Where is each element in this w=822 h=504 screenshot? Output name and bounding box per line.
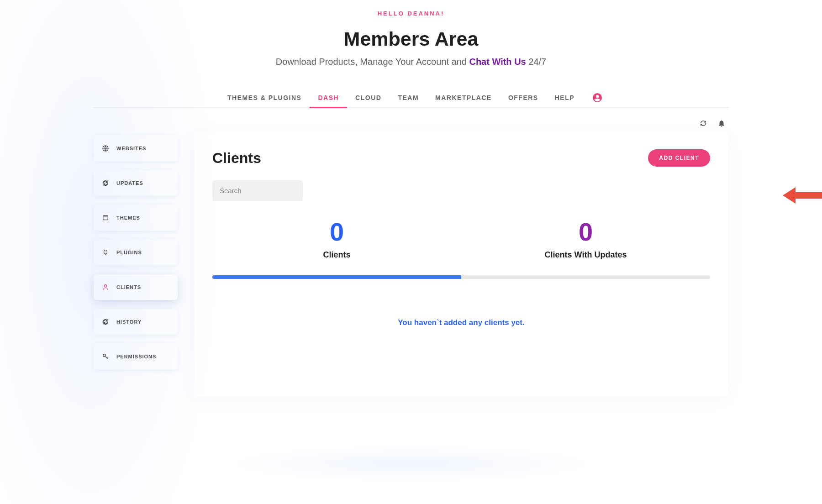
globe-icon [102,145,109,152]
tab-offers[interactable]: OFFERS [500,88,547,107]
sidebar-item-label: WEBSITES [116,146,146,151]
subtitle-pre: Download Products, Manage Your Account a… [276,57,469,67]
sidebar-item-history[interactable]: HISTORY [94,309,178,335]
arrow-head-icon [783,187,796,204]
add-client-button[interactable]: ADD CLIENT [648,149,710,167]
refresh-icon[interactable] [699,119,707,129]
panel-title: Clients [212,150,261,167]
tab-themes-plugins[interactable]: THEMES & PLUGINS [219,88,310,107]
sync-icon [102,179,109,187]
sidebar-item-permissions[interactable]: PERMISSIONS [94,344,178,369]
sidebar-item-clients[interactable]: CLIENTS [94,274,178,300]
window-icon [102,214,109,221]
chat-with-us-link[interactable]: Chat With Us [469,57,526,67]
greeting: HELLO DEANNA! [94,10,728,17]
sidebar-item-label: UPDATES [116,180,143,186]
svg-point-2 [104,285,106,287]
key-icon [102,353,109,360]
tab-dash[interactable]: DASH [310,88,347,107]
tab-cloud[interactable]: CLOUD [347,88,390,107]
plug-icon [102,249,109,256]
main-panel: Clients ADD CLIENT 0 Clients 0 Clients W… [194,132,728,397]
progress-right [461,275,710,279]
stat-clients: 0 Clients [212,219,461,260]
page-title: Members Area [94,28,728,50]
arrow-body [796,192,822,199]
toolbar [94,119,728,129]
svg-point-3 [103,354,105,357]
user-icon [102,284,109,291]
stat-clients-value: 0 [212,219,461,245]
main-tabs: THEMES & PLUGINS DASH CLOUD TEAM MARKETP… [94,88,728,108]
sidebar: WEBSITES UPDATES THEMES [94,136,178,397]
sidebar-item-label: PERMISSIONS [116,354,156,359]
sidebar-item-label: PLUGINS [116,250,142,255]
empty-state-text: You haven`t added any clients yet. [212,318,710,327]
tab-marketplace[interactable]: MARKETPLACE [427,88,500,107]
sync-icon [102,318,109,326]
stat-clients-updates-label: Clients With Updates [461,250,710,260]
annotation-arrow [783,187,822,204]
bell-icon[interactable] [717,119,726,129]
sidebar-item-updates[interactable]: UPDATES [94,170,178,196]
sidebar-item-label: CLIENTS [116,284,141,290]
account-icon[interactable] [592,92,603,103]
sidebar-item-label: THEMES [116,215,140,220]
subtitle-post: 24/7 [526,57,546,67]
stat-clients-updates-value: 0 [461,219,710,245]
sidebar-item-websites[interactable]: WEBSITES [94,136,178,161]
stat-clients-updates: 0 Clients With Updates [461,219,710,260]
stat-clients-label: Clients [212,250,461,260]
svg-rect-1 [103,215,108,220]
page-subtitle: Download Products, Manage Your Account a… [94,57,728,67]
sidebar-item-plugins[interactable]: PLUGINS [94,240,178,265]
progress-left [212,275,461,279]
tab-help[interactable]: HELP [547,88,583,107]
tab-team[interactable]: TEAM [390,88,427,107]
sidebar-item-themes[interactable]: THEMES [94,205,178,231]
sidebar-item-label: HISTORY [116,319,142,325]
search-input[interactable] [212,180,303,201]
progress-bar [212,275,710,279]
